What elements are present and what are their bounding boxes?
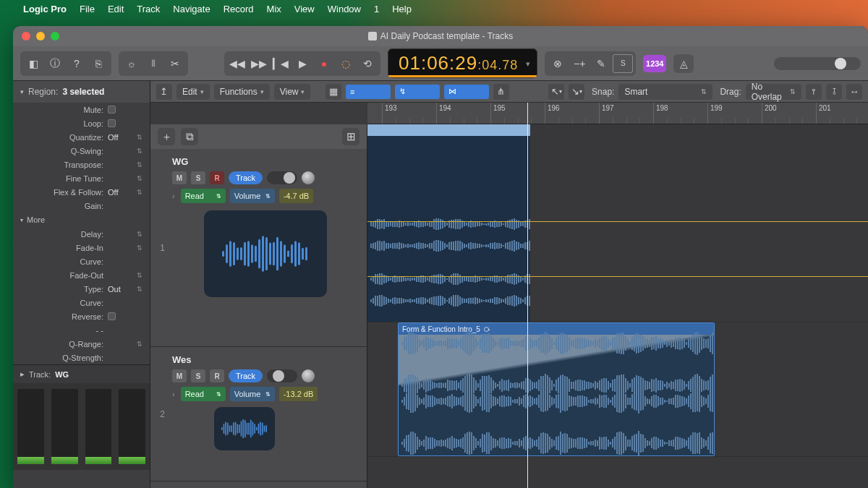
menu-view[interactable]: View xyxy=(294,4,315,14)
mute-button[interactable]: M xyxy=(172,171,187,184)
menu-mix[interactable]: Mix xyxy=(267,4,281,14)
track-name[interactable]: Wes xyxy=(172,354,358,365)
add-track-button[interactable]: ＋ xyxy=(158,128,175,145)
up-arrow-icon[interactable]: ↥ xyxy=(156,84,172,100)
inspector-row[interactable]: Mute: xyxy=(13,103,150,116)
library-button[interactable]: ◧ xyxy=(23,54,43,73)
pan-knob[interactable] xyxy=(302,171,315,184)
pan-knob[interactable] xyxy=(302,369,315,382)
inspector-row[interactable]: Fade-Out xyxy=(13,268,150,282)
sync-button[interactable]: S xyxy=(613,54,633,73)
duplicate-track-button[interactable]: ⧉ xyxy=(181,128,198,145)
inspector-row[interactable]: Type:Out xyxy=(13,282,150,296)
track-header[interactable]: 3 Form & Function Intro_5 xyxy=(150,481,367,488)
automation-value[interactable]: -13.2 dB xyxy=(279,387,318,401)
automation-icon[interactable]: ↯ xyxy=(395,85,440,99)
toggle[interactable] xyxy=(267,369,297,382)
pointer-tool-icon[interactable]: ↖▾ xyxy=(548,84,564,100)
editors-button[interactable]: ✂ xyxy=(165,54,185,73)
drag-select[interactable]: No Overlap⇅ xyxy=(746,84,801,100)
smart-controls-button[interactable]: ☼ xyxy=(122,54,142,73)
inspector-row[interactable]: Flex & Follow:Off xyxy=(13,185,150,199)
inspector-row[interactable]: Reverse: xyxy=(13,309,150,323)
mute-button[interactable]: M xyxy=(172,369,187,382)
menu-navigate[interactable]: Navigate xyxy=(173,4,210,14)
checkbox[interactable] xyxy=(108,106,116,114)
play-button[interactable]: ▶ xyxy=(292,54,312,73)
inspector-row[interactable]: Q-Range: xyxy=(13,337,150,351)
menu-record[interactable]: Record xyxy=(224,4,254,14)
go-to-start-button[interactable]: ▎◀ xyxy=(271,54,291,73)
quick-help-button[interactable]: ? xyxy=(67,54,87,73)
forward-button[interactable]: ▶▶ xyxy=(249,54,269,73)
chevron-right-icon[interactable]: › xyxy=(172,390,175,398)
menu-edit[interactable]: Edit xyxy=(108,4,124,14)
track-lane[interactable] xyxy=(367,124,868,322)
track-automation-button[interactable]: Track xyxy=(229,171,263,184)
cycle-button[interactable]: ◌ xyxy=(336,54,356,73)
menu-file[interactable]: File xyxy=(80,4,95,14)
vertical-autofit-icon[interactable]: ⫱ xyxy=(826,84,842,100)
track-header[interactable]: 2 Wes M S R Track › Read⇅ Volume⇅ -13.2 … xyxy=(150,347,367,481)
checkbox[interactable] xyxy=(108,312,116,320)
solo-button[interactable]: S xyxy=(191,171,205,184)
inspector-row[interactable]: Loop: xyxy=(13,116,150,130)
more-disclosure[interactable]: ▾More xyxy=(13,213,150,227)
mixer-button[interactable]: ⫴ xyxy=(143,54,163,73)
track-icon[interactable] xyxy=(204,210,327,297)
flex-icon[interactable]: ⋈ xyxy=(444,85,489,99)
ruler[interactable]: 193194195196197198199200201202 xyxy=(367,103,868,124)
inspector-row[interactable]: Q-Strength: xyxy=(13,351,150,364)
track-lane[interactable]: Form & Function Intro_5 xyxy=(367,322,868,457)
toggle[interactable] xyxy=(267,171,297,184)
catch-icon[interactable]: ⋔ xyxy=(493,84,509,100)
chevron-down-icon[interactable]: ▾ xyxy=(526,59,531,68)
audio-region-selected[interactable]: Form & Function Intro_5 xyxy=(398,322,715,456)
record-enable-button[interactable]: R xyxy=(210,369,224,382)
inspector-row[interactable]: Q-Swing: xyxy=(13,144,150,158)
playhead[interactable] xyxy=(527,103,528,488)
master-tempo-button[interactable]: 1234 xyxy=(643,55,666,72)
checkbox[interactable] xyxy=(108,119,116,127)
inspector-row[interactable]: Quantize:Off xyxy=(13,130,150,144)
lcd-display[interactable]: 01:06:29:04.78 ▾ xyxy=(388,48,537,78)
rewind-button[interactable]: ◀◀ xyxy=(227,54,247,73)
track-inspector-header[interactable]: ▸ Track: WG xyxy=(13,364,150,383)
chevron-right-icon[interactable]: › xyxy=(172,192,175,200)
menu-track[interactable]: Track xyxy=(137,4,160,14)
horizontal-zoom-icon[interactable]: ↔ xyxy=(846,84,862,100)
automation-value[interactable]: -4.7 dB xyxy=(279,189,313,203)
grid-view-icon[interactable]: ▦ xyxy=(326,84,341,100)
menu-window[interactable]: Window xyxy=(328,4,361,14)
meter[interactable] xyxy=(17,389,44,464)
inspector-row[interactable]: Delay: xyxy=(13,227,150,241)
track-icon[interactable] xyxy=(214,407,275,450)
app-menu[interactable]: Logic Pro xyxy=(23,4,67,14)
arrange-area[interactable]: 193194195196197198199200201202 Form & Fu… xyxy=(367,103,868,488)
solo-button[interactable]: S xyxy=(191,369,205,382)
metronome-icon[interactable]: ◬ xyxy=(673,54,694,73)
inspector-row[interactable]: Curve: xyxy=(13,254,150,268)
list-view-icon[interactable]: ≡ xyxy=(346,85,391,99)
global-tracks-button[interactable]: ⊞ xyxy=(342,128,359,145)
replace-button[interactable]: ⟲ xyxy=(357,54,378,73)
automation-param-select[interactable]: Volume⇅ xyxy=(230,387,275,401)
record-enable-button[interactable]: R xyxy=(210,171,224,184)
inspector-row[interactable]: Fade-In xyxy=(13,241,150,254)
automation-mode-select[interactable]: Read⇅ xyxy=(181,387,226,401)
functions-menu[interactable]: Functions▾ xyxy=(214,84,270,100)
marquee-tool-icon[interactable]: ↘▾ xyxy=(569,84,584,100)
automation-param-select[interactable]: Volume⇅ xyxy=(230,189,275,203)
inspector-row[interactable]: Curve: xyxy=(13,296,150,309)
inspector-button[interactable]: ⓘ xyxy=(45,54,65,73)
click-button[interactable]: ✎ xyxy=(591,54,611,73)
track-automation-button[interactable]: Track xyxy=(229,369,263,382)
track-name[interactable]: WG xyxy=(172,156,358,167)
master-volume-slider[interactable] xyxy=(774,57,861,70)
menu-1[interactable]: 1 xyxy=(374,4,379,14)
track-header[interactable]: 1 WG M S R Track › Read⇅ Volume⇅ -4.7 dB xyxy=(150,149,367,347)
audio-region[interactable] xyxy=(367,124,530,322)
inspector-row[interactable]: Fine Tune: xyxy=(13,171,150,185)
automation-mode-select[interactable]: Read⇅ xyxy=(181,189,226,203)
inspector-row[interactable]: - - xyxy=(13,323,150,337)
